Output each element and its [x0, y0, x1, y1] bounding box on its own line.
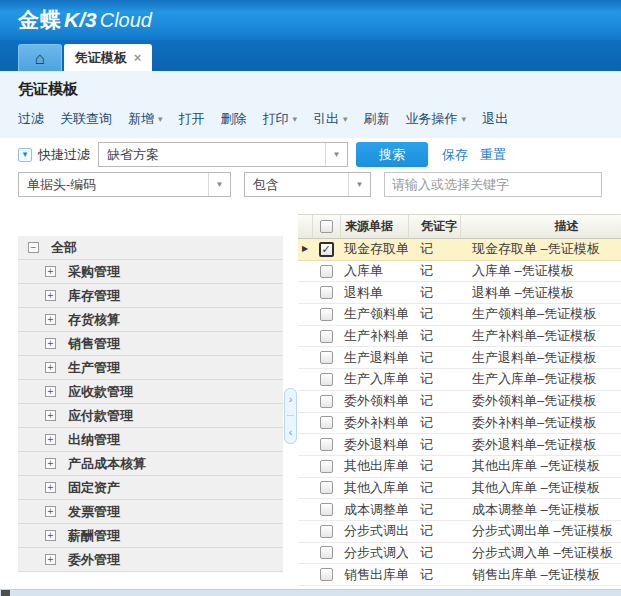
- filter-field-select[interactable]: 单据头-编码 ▼: [18, 172, 231, 197]
- tree-item[interactable]: +应收款管理: [18, 380, 283, 404]
- tab-voucher-template[interactable]: 凭证模板 ×: [64, 44, 152, 71]
- tree-item[interactable]: +薪酬管理: [18, 524, 283, 548]
- expand-icon[interactable]: +: [45, 458, 56, 469]
- tree-item[interactable]: +存货核算: [18, 308, 283, 332]
- tree-item[interactable]: +生产管理: [18, 356, 283, 380]
- collapse-right-icon[interactable]: ›: [289, 394, 293, 405]
- expand-icon[interactable]: +: [45, 506, 56, 517]
- tree-item-label: 出纳管理: [68, 431, 120, 449]
- row-checkbox[interactable]: ✓: [320, 286, 333, 299]
- toolbar-item[interactable]: 删除: [221, 110, 247, 128]
- tree-item[interactable]: +出纳管理: [18, 428, 283, 452]
- expand-icon[interactable]: +: [45, 266, 56, 277]
- toolbar-item[interactable]: 引出▾: [313, 110, 348, 128]
- toolbar-item[interactable]: 业务操作▾: [406, 110, 467, 128]
- table-row[interactable]: ✓销售出库单记销售出库单 –凭证模板: [298, 564, 621, 586]
- tree-item-label: 应收款管理: [68, 383, 133, 401]
- filter-operator-select[interactable]: 包含 ▼: [244, 172, 371, 197]
- dropdown-button[interactable]: ▼: [208, 173, 230, 196]
- tree-item[interactable]: +产品成本核算: [18, 452, 283, 476]
- row-checkbox[interactable]: ✓: [320, 416, 333, 429]
- expand-icon[interactable]: +: [45, 386, 56, 397]
- toolbar-item[interactable]: 刷新: [364, 110, 390, 128]
- tab-home[interactable]: ⌂: [18, 44, 62, 71]
- toolbar-item[interactable]: 新增▾: [128, 110, 163, 128]
- collapse-left-icon[interactable]: ‹: [289, 427, 293, 438]
- expand-icon[interactable]: +: [45, 410, 56, 421]
- horizontal-scrollbar[interactable]: [0, 589, 621, 596]
- table-row[interactable]: ✓生产领料单记生产领料单–凭证模板: [298, 304, 621, 326]
- panel-splitter[interactable]: › ‹: [284, 388, 297, 444]
- tree-item[interactable]: +应付款管理: [18, 404, 283, 428]
- keyword-input[interactable]: [384, 172, 602, 197]
- table-row[interactable]: ✓成本调整单记成本调整单 –凭证模板: [298, 499, 621, 521]
- expand-icon[interactable]: +: [45, 434, 56, 445]
- row-checkbox-cell: ✓: [312, 543, 340, 564]
- table-row[interactable]: ✓生产退料单记生产退料单–凭证模板: [298, 347, 621, 369]
- page-content: 凭证模板 过滤关联查询新增▾打开删除打印▾引出▾刷新业务操作▾退出 ▾ 快捷过滤…: [0, 71, 621, 596]
- row-checkbox[interactable]: ✓: [320, 438, 333, 451]
- tree-item[interactable]: +采购管理: [18, 260, 283, 284]
- tree-item[interactable]: −全部: [18, 236, 283, 260]
- row-checkbox[interactable]: ✓: [320, 503, 333, 516]
- quick-filter-collapse-button[interactable]: ▾: [18, 148, 32, 162]
- reset-link[interactable]: 重置: [480, 146, 506, 164]
- voucher-word-cell: 记: [408, 369, 460, 390]
- filter-scheme-select[interactable]: 缺省方案 ▼: [98, 142, 348, 167]
- tree-item[interactable]: +委外管理: [18, 548, 283, 572]
- expand-icon[interactable]: +: [45, 554, 56, 565]
- table-row[interactable]: ✓生产补料单记生产补料单–凭证模板: [298, 326, 621, 348]
- column-header-description[interactable]: 描述: [460, 215, 621, 238]
- table-row[interactable]: ✓分步式调出单记分步式调出单 –凭证模板: [298, 521, 621, 543]
- row-checkbox[interactable]: ✓: [320, 546, 333, 559]
- expand-icon[interactable]: +: [45, 362, 56, 373]
- row-checkbox-cell: ✓: [312, 347, 340, 368]
- expand-icon[interactable]: +: [45, 530, 56, 541]
- row-checkbox[interactable]: ✓: [320, 481, 333, 494]
- row-checkbox[interactable]: ✓: [320, 460, 333, 473]
- expand-icon[interactable]: +: [45, 290, 56, 301]
- tree-item[interactable]: +库存管理: [18, 284, 283, 308]
- toolbar-item[interactable]: 打开: [179, 110, 205, 128]
- column-header-source[interactable]: 来源单据: [340, 215, 408, 238]
- table-row[interactable]: ✓委外领料单记委外领料单–凭证模板: [298, 391, 621, 413]
- table-row[interactable]: ✓委外退料单记委外退料单–凭证模板: [298, 434, 621, 456]
- toolbar-item[interactable]: 退出: [482, 110, 508, 128]
- tree-item[interactable]: +固定资产: [18, 476, 283, 500]
- tree-item[interactable]: +发票管理: [18, 500, 283, 524]
- scroll-left-button[interactable]: [1, 590, 10, 596]
- row-checkbox[interactable]: ✓: [320, 308, 333, 321]
- table-row[interactable]: ✓其他入库单记其他入库单 –凭证模板: [298, 478, 621, 500]
- toolbar-item[interactable]: 打印▾: [263, 110, 298, 128]
- quick-filter-label: 快捷过滤: [38, 146, 90, 164]
- row-checkbox[interactable]: ✓: [320, 568, 333, 581]
- dropdown-button[interactable]: ▼: [325, 143, 347, 166]
- tree-item[interactable]: +销售管理: [18, 332, 283, 356]
- expand-icon[interactable]: +: [45, 338, 56, 349]
- expand-icon[interactable]: +: [45, 314, 56, 325]
- search-button[interactable]: 搜索: [356, 142, 428, 167]
- row-checkbox[interactable]: ✓: [320, 351, 333, 364]
- table-row[interactable]: ✓退料单记退料单 –凭证模板: [298, 282, 621, 304]
- row-checkbox[interactable]: ✓: [320, 330, 333, 343]
- collapse-icon[interactable]: −: [28, 242, 39, 253]
- select-all-checkbox[interactable]: [320, 220, 333, 233]
- row-checkbox[interactable]: ✓: [320, 525, 333, 538]
- toolbar-item[interactable]: 过滤: [18, 110, 44, 128]
- toolbar-item[interactable]: 关联查询: [60, 110, 112, 128]
- table-row[interactable]: ✓分步式调入单记分步式调入单 –凭证模板: [298, 543, 621, 565]
- table-row[interactable]: ✓生产入库单记生产入库单–凭证模板: [298, 369, 621, 391]
- row-checkbox[interactable]: ✓: [319, 242, 334, 257]
- close-icon[interactable]: ×: [134, 51, 142, 64]
- table-row[interactable]: ✓入库单记入库单 –凭证模板: [298, 261, 621, 283]
- row-checkbox[interactable]: ✓: [320, 373, 333, 386]
- table-row[interactable]: ✓委外补料单记委外补料单–凭证模板: [298, 413, 621, 435]
- dropdown-button[interactable]: ▼: [348, 173, 370, 196]
- row-checkbox[interactable]: ✓: [320, 395, 333, 408]
- column-header-voucher[interactable]: 凭证字: [408, 215, 460, 238]
- save-link[interactable]: 保存: [442, 146, 468, 164]
- table-row[interactable]: ✓其他出库单记其他出库单 –凭证模板: [298, 456, 621, 478]
- row-checkbox[interactable]: ✓: [320, 265, 333, 278]
- expand-icon[interactable]: +: [45, 482, 56, 493]
- table-row[interactable]: ▶✓现金存取单记现金存取单 –凭证模板: [298, 239, 621, 261]
